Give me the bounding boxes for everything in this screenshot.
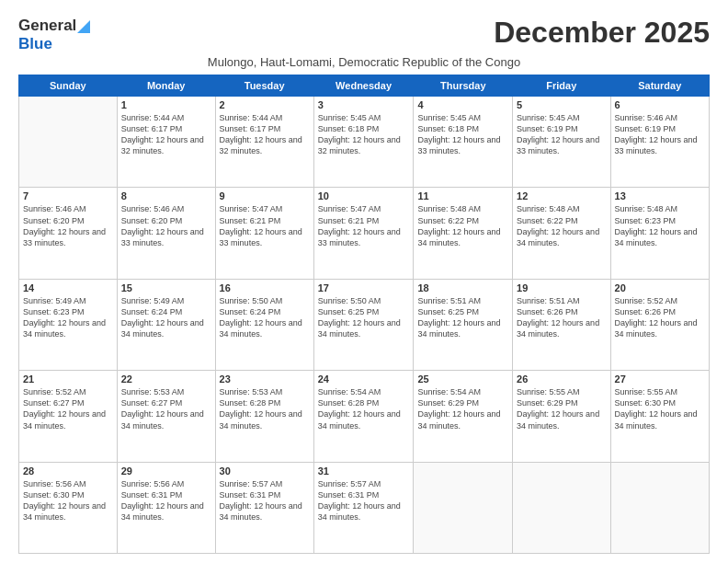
header-monday: Monday	[117, 75, 215, 97]
table-row: 11Sunrise: 5:48 AMSunset: 6:22 PMDayligh…	[414, 188, 513, 279]
table-row	[19, 97, 118, 188]
cell-info: Sunrise: 5:53 AMSunset: 6:28 PMDaylight:…	[220, 386, 310, 431]
cell-info: Sunrise: 5:56 AMSunset: 6:30 PMDaylight:…	[23, 478, 113, 523]
cell-day-number: 12	[517, 190, 606, 201]
calendar-week-2: 14Sunrise: 5:49 AMSunset: 6:23 PMDayligh…	[19, 279, 710, 370]
cell-info: Sunrise: 5:55 AMSunset: 6:30 PMDaylight:…	[615, 386, 705, 431]
cell-info: Sunrise: 5:55 AMSunset: 6:29 PMDaylight:…	[517, 386, 606, 431]
cell-info: Sunrise: 5:51 AMSunset: 6:26 PMDaylight:…	[517, 295, 606, 340]
table-row: 2Sunrise: 5:44 AMSunset: 6:17 PMDaylight…	[215, 97, 313, 188]
cell-info: Sunrise: 5:45 AMSunset: 6:18 PMDaylight:…	[318, 112, 410, 157]
cell-day-number: 1	[121, 99, 211, 110]
weekday-header-row: Sunday Monday Tuesday Wednesday Thursday…	[19, 75, 710, 97]
logo-general-text: General	[18, 17, 76, 35]
cell-info: Sunrise: 5:50 AMSunset: 6:25 PMDaylight:…	[318, 295, 410, 340]
logo: General Blue	[18, 17, 90, 53]
title-block: December 2025	[494, 17, 710, 49]
logo-blue-text	[76, 17, 90, 35]
cell-info: Sunrise: 5:49 AMSunset: 6:24 PMDaylight:…	[121, 295, 211, 340]
table-row: 27Sunrise: 5:55 AMSunset: 6:30 PMDayligh…	[610, 371, 709, 462]
header-sunday: Sunday	[19, 75, 118, 97]
cell-day-number: 9	[220, 190, 310, 201]
table-row: 9Sunrise: 5:47 AMSunset: 6:21 PMDaylight…	[215, 188, 313, 279]
cell-day-number: 2	[220, 99, 310, 110]
cell-day-number: 8	[121, 190, 211, 201]
cell-info: Sunrise: 5:57 AMSunset: 6:31 PMDaylight:…	[318, 478, 410, 523]
cell-info: Sunrise: 5:57 AMSunset: 6:31 PMDaylight:…	[220, 478, 310, 523]
calendar-week-0: 1Sunrise: 5:44 AMSunset: 6:17 PMDaylight…	[19, 97, 710, 188]
calendar-week-3: 21Sunrise: 5:52 AMSunset: 6:27 PMDayligh…	[19, 371, 710, 462]
table-row: 4Sunrise: 5:45 AMSunset: 6:18 PMDaylight…	[414, 97, 513, 188]
table-row: 5Sunrise: 5:45 AMSunset: 6:19 PMDaylight…	[513, 97, 610, 188]
cell-day-number: 14	[23, 282, 113, 293]
cell-day-number: 15	[121, 282, 211, 293]
table-row: 10Sunrise: 5:47 AMSunset: 6:21 PMDayligh…	[313, 188, 414, 279]
page: General Blue December 2025 Mulongo, Haut…	[0, 0, 728, 563]
cell-day-number: 31	[318, 465, 410, 477]
table-row: 29Sunrise: 5:56 AMSunset: 6:31 PMDayligh…	[117, 462, 215, 553]
svg-marker-0	[77, 20, 90, 33]
table-row: 7Sunrise: 5:46 AMSunset: 6:20 PMDaylight…	[19, 188, 118, 279]
cell-day-number: 17	[318, 282, 410, 293]
cell-info: Sunrise: 5:54 AMSunset: 6:28 PMDaylight:…	[318, 386, 410, 431]
table-row: 14Sunrise: 5:49 AMSunset: 6:23 PMDayligh…	[19, 279, 118, 370]
cell-info: Sunrise: 5:46 AMSunset: 6:20 PMDaylight:…	[121, 203, 211, 248]
cell-day-number: 18	[417, 282, 508, 293]
cell-info: Sunrise: 5:50 AMSunset: 6:24 PMDaylight:…	[220, 295, 310, 340]
table-row	[414, 462, 513, 553]
logo-triangle-icon	[77, 20, 90, 33]
cell-day-number: 30	[220, 465, 310, 477]
table-row	[610, 462, 709, 553]
cell-day-number: 23	[220, 373, 310, 385]
calendar-week-4: 28Sunrise: 5:56 AMSunset: 6:30 PMDayligh…	[19, 462, 710, 553]
cell-day-number: 4	[417, 99, 508, 110]
table-row: 26Sunrise: 5:55 AMSunset: 6:29 PMDayligh…	[513, 371, 610, 462]
cell-day-number: 20	[615, 282, 705, 293]
cell-day-number: 5	[517, 99, 606, 110]
cell-day-number: 29	[121, 465, 211, 477]
table-row: 12Sunrise: 5:48 AMSunset: 6:22 PMDayligh…	[513, 188, 610, 279]
cell-day-number: 3	[318, 99, 410, 110]
cell-info: Sunrise: 5:44 AMSunset: 6:17 PMDaylight:…	[220, 112, 310, 157]
table-row: 21Sunrise: 5:52 AMSunset: 6:27 PMDayligh…	[19, 371, 118, 462]
cell-day-number: 28	[23, 465, 113, 477]
table-row: 23Sunrise: 5:53 AMSunset: 6:28 PMDayligh…	[215, 371, 313, 462]
table-row: 16Sunrise: 5:50 AMSunset: 6:24 PMDayligh…	[215, 279, 313, 370]
cell-day-number: 21	[23, 373, 113, 385]
cell-day-number: 6	[615, 99, 705, 110]
cell-day-number: 19	[517, 282, 606, 293]
table-row: 18Sunrise: 5:51 AMSunset: 6:25 PMDayligh…	[414, 279, 513, 370]
cell-day-number: 11	[417, 190, 508, 201]
header-friday: Friday	[513, 75, 610, 97]
cell-info: Sunrise: 5:56 AMSunset: 6:31 PMDaylight:…	[121, 478, 211, 523]
subtitle: Mulongo, Haut-Lomami, Democratic Republi…	[18, 55, 710, 69]
table-row: 3Sunrise: 5:45 AMSunset: 6:18 PMDaylight…	[313, 97, 414, 188]
cell-day-number: 24	[318, 373, 410, 385]
table-row: 17Sunrise: 5:50 AMSunset: 6:25 PMDayligh…	[313, 279, 414, 370]
table-row: 8Sunrise: 5:46 AMSunset: 6:20 PMDaylight…	[117, 188, 215, 279]
table-row: 25Sunrise: 5:54 AMSunset: 6:29 PMDayligh…	[414, 371, 513, 462]
cell-info: Sunrise: 5:52 AMSunset: 6:27 PMDaylight:…	[23, 386, 113, 431]
cell-day-number: 25	[417, 373, 508, 385]
main-title: December 2025	[494, 17, 710, 49]
cell-day-number: 13	[615, 190, 705, 201]
header-wednesday: Wednesday	[313, 75, 414, 97]
table-row: 28Sunrise: 5:56 AMSunset: 6:30 PMDayligh…	[19, 462, 118, 553]
cell-day-number: 10	[318, 190, 410, 201]
table-row: 1Sunrise: 5:44 AMSunset: 6:17 PMDaylight…	[117, 97, 215, 188]
table-row: 22Sunrise: 5:53 AMSunset: 6:27 PMDayligh…	[117, 371, 215, 462]
cell-info: Sunrise: 5:44 AMSunset: 6:17 PMDaylight:…	[121, 112, 211, 157]
table-row: 24Sunrise: 5:54 AMSunset: 6:28 PMDayligh…	[313, 371, 414, 462]
cell-info: Sunrise: 5:54 AMSunset: 6:29 PMDaylight:…	[417, 386, 508, 431]
cell-day-number: 7	[23, 190, 113, 201]
table-row: 6Sunrise: 5:46 AMSunset: 6:19 PMDaylight…	[610, 97, 709, 188]
table-row: 31Sunrise: 5:57 AMSunset: 6:31 PMDayligh…	[313, 462, 414, 553]
cell-info: Sunrise: 5:53 AMSunset: 6:27 PMDaylight:…	[121, 386, 211, 431]
table-row: 19Sunrise: 5:51 AMSunset: 6:26 PMDayligh…	[513, 279, 610, 370]
cell-info: Sunrise: 5:46 AMSunset: 6:19 PMDaylight:…	[615, 112, 705, 157]
calendar-table: Sunday Monday Tuesday Wednesday Thursday…	[18, 75, 710, 554]
table-row: 13Sunrise: 5:48 AMSunset: 6:23 PMDayligh…	[610, 188, 709, 279]
cell-info: Sunrise: 5:48 AMSunset: 6:23 PMDaylight:…	[615, 203, 705, 248]
logo-blue-word: Blue	[18, 35, 52, 53]
table-row: 20Sunrise: 5:52 AMSunset: 6:26 PMDayligh…	[610, 279, 709, 370]
